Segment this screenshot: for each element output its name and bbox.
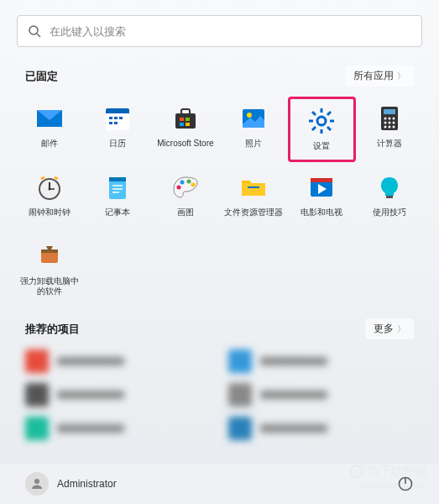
recommended-item[interactable] [228, 417, 415, 440]
settings-icon [306, 106, 337, 136]
svg-point-18 [317, 117, 326, 125]
paint-icon [170, 172, 201, 202]
app-uninstall[interactable]: 强力卸载电脑中的软件 [15, 234, 83, 300]
app-calendar[interactable]: 日历 [83, 97, 151, 162]
recommended-item[interactable] [228, 349, 415, 373]
recommended-item[interactable] [25, 349, 212, 373]
user-name: Administrator [57, 478, 117, 490]
svg-rect-13 [186, 118, 190, 121]
more-button[interactable]: 更多 〉 [365, 318, 414, 339]
svg-point-17 [247, 113, 252, 118]
app-notepad[interactable]: 记事本 [83, 165, 151, 231]
recommended-item[interactable] [228, 383, 415, 407]
svg-rect-51 [242, 183, 265, 196]
svg-rect-28 [384, 109, 395, 114]
svg-rect-11 [181, 109, 190, 114]
calculator-icon [374, 103, 405, 134]
app-mail[interactable]: 邮件 [15, 97, 83, 162]
svg-point-41 [48, 188, 50, 191]
recommended-header: 推荐的项目 更多 〉 [0, 318, 439, 339]
svg-point-36 [389, 126, 391, 129]
clock-icon [34, 172, 65, 202]
app-clock[interactable]: 闹钟和时钟 [15, 165, 83, 231]
svg-point-48 [180, 181, 184, 185]
chevron-right-icon: 〉 [397, 71, 405, 82]
svg-rect-43 [109, 177, 126, 181]
svg-point-59 [34, 479, 39, 484]
store-icon [170, 103, 201, 134]
svg-line-25 [312, 127, 316, 130]
svg-rect-6 [114, 117, 118, 119]
svg-point-47 [176, 186, 180, 190]
movies-icon [306, 172, 337, 202]
mail-icon [34, 103, 65, 134]
svg-rect-57 [41, 249, 58, 253]
recommended-item[interactable] [25, 417, 212, 440]
search-input[interactable] [50, 25, 411, 38]
recommended-item[interactable] [25, 383, 212, 407]
svg-rect-14 [180, 123, 184, 126]
svg-point-37 [393, 126, 395, 129]
recommended-list [0, 349, 439, 440]
svg-rect-9 [114, 122, 118, 124]
search-bar[interactable] [17, 15, 422, 47]
uninstall-icon [34, 241, 65, 271]
app-paint[interactable]: 画图 [151, 165, 219, 231]
svg-point-34 [393, 122, 395, 124]
all-apps-button[interactable]: 所有应用 〉 [345, 66, 414, 87]
svg-rect-12 [180, 118, 184, 121]
svg-point-0 [29, 26, 38, 34]
svg-line-26 [327, 112, 331, 115]
search-icon [28, 24, 41, 38]
power-button[interactable] [397, 475, 414, 492]
svg-point-35 [384, 126, 387, 129]
svg-rect-55 [386, 196, 393, 198]
app-explorer[interactable]: 文件资源管理器 [219, 165, 287, 231]
app-movies[interactable]: 电影和电视 [288, 165, 356, 231]
svg-line-24 [327, 127, 331, 130]
pinned-apps-grid: 邮件 日历 Microsoft Store 照片 设置 计算器 闹钟和时钟 [0, 97, 439, 300]
svg-rect-52 [248, 186, 259, 188]
calendar-icon [102, 103, 133, 134]
svg-line-1 [37, 34, 40, 37]
svg-point-29 [384, 118, 387, 120]
notepad-icon [102, 172, 133, 202]
photos-icon [238, 103, 269, 134]
app-store[interactable]: Microsoft Store [151, 97, 219, 162]
svg-point-31 [393, 118, 395, 120]
svg-point-33 [389, 122, 391, 124]
app-photos[interactable]: 照片 [219, 97, 287, 162]
svg-rect-8 [109, 122, 112, 124]
app-settings[interactable]: 设置 [288, 97, 356, 162]
tips-icon [374, 172, 405, 202]
svg-line-23 [312, 112, 316, 115]
svg-rect-15 [186, 123, 190, 126]
pinned-title: 已固定 [25, 69, 58, 84]
svg-point-50 [191, 183, 195, 187]
recommended-title: 推荐的项目 [25, 322, 80, 337]
svg-point-30 [389, 118, 391, 120]
user-avatar[interactable] [25, 472, 49, 496]
pinned-header: 已固定 所有应用 〉 [0, 66, 439, 87]
svg-point-49 [186, 180, 191, 184]
app-tips[interactable]: 使用技巧 [356, 165, 424, 231]
chevron-right-icon: 〉 [397, 323, 405, 335]
folder-icon [238, 172, 269, 202]
svg-rect-54 [311, 178, 332, 182]
svg-rect-5 [109, 117, 112, 119]
svg-point-32 [384, 122, 387, 124]
app-calculator[interactable]: 计算器 [356, 97, 424, 162]
user-bar: Administrator [0, 464, 439, 504]
svg-rect-7 [119, 117, 123, 119]
